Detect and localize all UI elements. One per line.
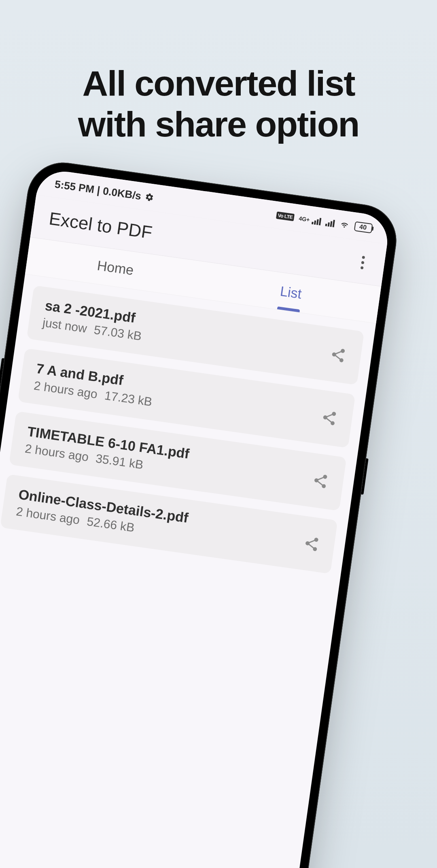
file-time: just now: [42, 316, 88, 336]
share-button[interactable]: [299, 531, 324, 556]
network-generation: 4G+: [299, 215, 310, 223]
promo-line-1: All converted list: [82, 63, 354, 103]
phone-frame: 5:55 PM | 0.0KB/s Vo LTE 4G+ 40: [0, 158, 401, 868]
app-title: Excel to PDF: [48, 208, 153, 243]
tab-home-label: Home: [96, 257, 135, 278]
share-button[interactable]: [308, 468, 333, 494]
status-time-net: 5:55 PM | 0.0KB/s: [54, 178, 142, 202]
signal-icon-2: [325, 218, 335, 228]
battery-icon: 40: [354, 221, 373, 234]
share-icon: [311, 472, 329, 490]
share-icon: [303, 534, 321, 553]
overflow-menu-button[interactable]: [352, 251, 373, 273]
share-button[interactable]: [316, 405, 342, 430]
wifi-icon: [338, 217, 350, 232]
gear-icon: [144, 192, 155, 202]
phone-mockup: 5:55 PM | 0.0KB/s Vo LTE 4G+ 40: [0, 158, 401, 868]
signal-icon-1: [312, 216, 322, 226]
tab-list-label: List: [279, 283, 303, 302]
share-icon: [329, 346, 347, 364]
promo-headline: All converted list with share option: [0, 63, 437, 145]
phone-screen: 5:55 PM | 0.0KB/s Vo LTE 4G+ 40: [0, 168, 391, 868]
converted-file-list: sa 2 -2021.pdf just now 57.03 kB 7 A and…: [0, 274, 376, 585]
battery-level: 40: [359, 223, 367, 231]
share-icon: [320, 408, 338, 427]
share-button[interactable]: [325, 342, 351, 368]
volte-icon: Vo LTE: [276, 211, 295, 221]
promo-line-2: with share option: [78, 104, 359, 144]
